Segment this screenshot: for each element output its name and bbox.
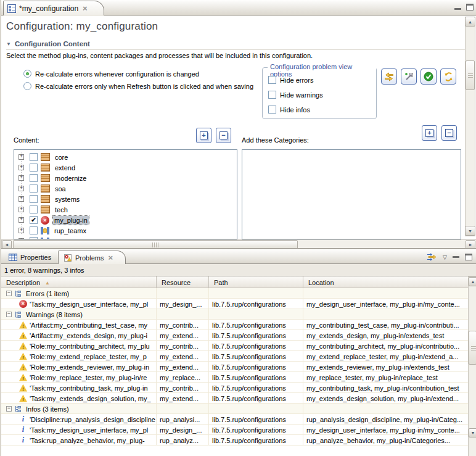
table-row-error[interactable]: ×'Task:my_design_user_interface, my_pl m… <box>1 299 469 309</box>
column-resource[interactable]: Resource <box>157 276 209 288</box>
table-row-info[interactable]: i'Task:rup_analyze_behavior, my_plug- ru… <box>1 435 469 446</box>
table-row-warning[interactable]: !'Artifact:my_contributing_test_case, my… <box>1 320 469 330</box>
column-description[interactable]: Description ▲ <box>1 276 157 288</box>
scroll-down-icon[interactable]: ▼ <box>469 428 476 437</box>
collapse-toggle-icon[interactable]: − <box>6 312 12 317</box>
close-icon[interactable]: × <box>108 253 113 262</box>
problems-table: Description ▲ Resource Path Location −Er… <box>1 276 476 456</box>
properties-table-icon <box>9 254 17 261</box>
checkbox-icon[interactable] <box>30 153 38 161</box>
tab-problems[interactable]: Problems × <box>58 251 126 264</box>
method-plugin-icon <box>41 205 50 213</box>
scroll-up-icon[interactable]: ▲ <box>469 277 476 286</box>
scroll-up-icon[interactable]: ▲ <box>465 17 475 27</box>
checkbox-hide-warnings[interactable]: Hide warnings <box>268 91 323 99</box>
tree-item-my-plug-in[interactable]: + ✔ × my_plug-in <box>14 215 237 225</box>
table-row-warnings-group[interactable]: −Warnings (8 items) <box>1 309 469 320</box>
table-row-info[interactable]: i'Task:my_design_user_interface, my_pl m… <box>1 425 469 435</box>
minimize-icon[interactable] <box>453 256 459 258</box>
section-title: Configuration Content <box>15 40 90 48</box>
checkbox-icon[interactable] <box>30 164 38 172</box>
expand-toggle-icon[interactable]: + <box>18 165 24 170</box>
table-row-info[interactable]: i'Discipline:rup_analysis_design_discipl… <box>1 414 469 425</box>
tree-item-modernize[interactable]: + modernize <box>14 173 237 183</box>
table-row-errors-group[interactable]: −Errors (1 item) <box>1 288 469 299</box>
content-tree[interactable]: + core + extend + modernize + <box>14 149 237 239</box>
table-row-warning[interactable]: !'Role:my_replace_tester, my_plug-in/re … <box>1 372 469 383</box>
tree-item-extend[interactable]: + extend <box>14 162 237 173</box>
checkbox-hide-infos[interactable]: Hide infos <box>268 106 310 114</box>
table-row-warning[interactable]: !'Role:my_extends_reviewer, my_plug-in m… <box>1 362 469 372</box>
tree-item-systems[interactable]: + systems <box>14 194 237 204</box>
add-to-configuration-button[interactable] <box>401 68 417 85</box>
radio-recalc-on-refresh[interactable]: Re-calculate errors only when Refresh bu… <box>23 82 253 90</box>
tree-item-rup-teamx[interactable]: + rup_teamx <box>14 225 237 236</box>
table-row-infos-group[interactable]: −Infos (3 items) <box>1 404 469 414</box>
column-location[interactable]: Location <box>303 276 469 288</box>
table-row-warning[interactable]: !'Artifact:my_extends_design, my_plug-i … <box>1 330 469 341</box>
table-row-warning[interactable]: !'Task:my_contributing_task, my_plug-in … <box>1 383 469 393</box>
tree-item-tech[interactable]: + tech <box>14 204 237 215</box>
content-expand-all-button[interactable]: + <box>196 128 211 143</box>
checkbox-icon[interactable] <box>30 226 38 234</box>
tree-item-core[interactable]: + core <box>14 152 237 162</box>
scrollbar-thumb[interactable] <box>466 60 475 90</box>
expand-toggle-icon[interactable]: + <box>18 217 24 223</box>
section-collapse-icon[interactable]: ▼ <box>6 41 11 47</box>
checkbox-icon[interactable] <box>268 106 276 114</box>
categories-list[interactable] <box>242 149 461 239</box>
table-row-warning[interactable]: !'Role:my_extend_replace_tester, my_p my… <box>1 351 469 362</box>
expand-toggle-icon[interactable]: + <box>18 175 24 181</box>
section-header[interactable]: ▼ Configuration Content <box>6 40 472 50</box>
method-plugin-icon <box>41 153 50 161</box>
form-editor-icon <box>7 4 16 13</box>
collapse-toggle-icon[interactable]: − <box>6 291 12 296</box>
view-menu-icon[interactable]: ▽ <box>443 254 447 260</box>
sort-ascending-icon: ▲ <box>45 280 50 286</box>
validate-button[interactable] <box>421 68 437 85</box>
scrollbar-thumb[interactable] <box>469 331 476 365</box>
refresh-button[interactable] <box>440 68 456 85</box>
table-row-warning[interactable]: !'Task:my_extends_design_solution, my_ m… <box>1 393 469 404</box>
application-window: *my_configuration × Configuration: my_co… <box>0 0 476 456</box>
maximize-icon[interactable] <box>466 4 474 10</box>
close-icon[interactable]: × <box>83 4 88 13</box>
category-tree-icon <box>14 289 22 297</box>
tree-item-soa[interactable]: + soa <box>14 183 237 194</box>
collapse-all-icon: − <box>445 129 453 137</box>
warning-icon: ! <box>19 353 27 360</box>
scroll-down-icon[interactable]: ▼ <box>465 226 475 236</box>
maximize-icon[interactable] <box>465 254 472 260</box>
checkbox-icon[interactable] <box>268 76 276 84</box>
editor-vertical-scrollbar[interactable] <box>465 17 475 236</box>
checkbox-icon[interactable] <box>30 195 38 203</box>
radio-recalc-whenever[interactable]: Re-calculate errors whenever configurati… <box>23 70 199 78</box>
categories-collapse-all-button[interactable]: − <box>441 125 457 141</box>
editor-tab-my-configuration[interactable]: *my_configuration × <box>3 1 104 15</box>
category-tree-icon <box>14 405 22 413</box>
expand-toggle-icon[interactable]: + <box>18 196 24 202</box>
tab-properties[interactable]: Properties <box>4 251 56 264</box>
checkbox-icon[interactable] <box>30 184 38 193</box>
checkbox-icon[interactable] <box>268 91 276 99</box>
checkbox-checked-icon[interactable]: ✔ <box>30 216 38 224</box>
swap-configuration-button[interactable] <box>381 68 397 85</box>
expand-toggle-icon[interactable]: + <box>18 154 24 160</box>
link-with-editor-icon[interactable] <box>427 253 437 261</box>
collapse-toggle-icon[interactable]: − <box>6 406 12 412</box>
content-collapse-all-button[interactable]: − <box>216 128 231 143</box>
expand-toggle-icon[interactable]: + <box>18 207 24 212</box>
categories-expand-all-button[interactable]: + <box>422 125 437 141</box>
checkbox-icon[interactable] <box>30 174 38 182</box>
table-row-warning[interactable]: !'Role:my_contributing_architect, my_plu… <box>1 341 469 351</box>
radio-icon[interactable] <box>23 70 31 78</box>
expand-toggle-icon[interactable]: + <box>18 228 24 233</box>
minimize-icon[interactable] <box>454 8 461 10</box>
checkbox-icon[interactable] <box>30 205 38 213</box>
checkbox-hide-errors[interactable]: Hide errors <box>268 76 313 84</box>
expand-toggle-icon[interactable]: + <box>18 186 24 191</box>
column-path[interactable]: Path <box>209 276 303 288</box>
warning-icon: ! <box>19 332 27 339</box>
radio-icon[interactable] <box>23 82 31 90</box>
warning-icon: ! <box>19 384 27 392</box>
